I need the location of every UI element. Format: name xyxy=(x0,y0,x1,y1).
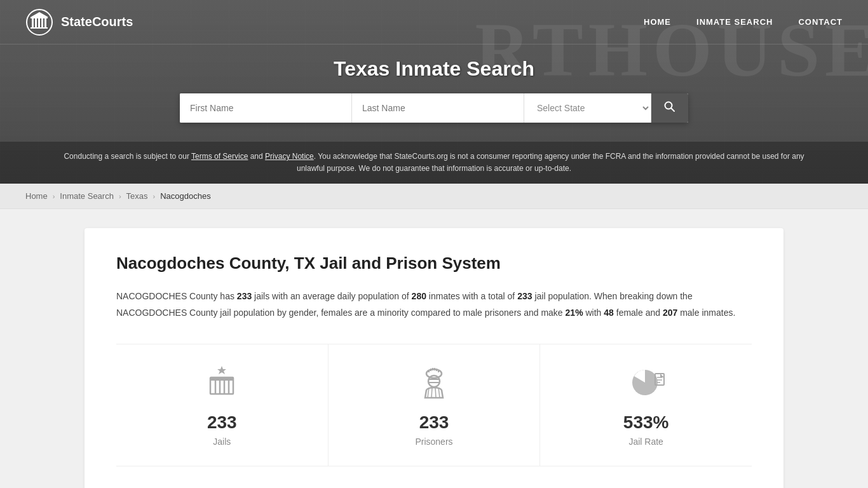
svg-marker-11 xyxy=(217,366,226,374)
nav-contact[interactable]: CONTACT xyxy=(798,17,843,27)
prisoner-icon xyxy=(415,363,453,403)
breadcrumb-current: Nacogdoches xyxy=(160,191,211,201)
avg-population: 280 xyxy=(412,291,426,301)
logo-icon xyxy=(25,8,53,36)
first-name-input[interactable] xyxy=(180,93,352,123)
county-description: NACOGDOCHES County has 233 jails with an… xyxy=(116,288,752,320)
breadcrumb-home[interactable]: Home xyxy=(25,191,48,201)
jail-icon xyxy=(203,363,241,403)
last-name-input[interactable] xyxy=(352,93,524,123)
logo-text: StateCourts xyxy=(61,15,133,29)
svg-line-29 xyxy=(431,388,432,398)
svg-rect-17 xyxy=(210,377,233,381)
content-card: Nacogdoches County, TX Jail and Prison S… xyxy=(85,228,783,488)
svg-point-25 xyxy=(428,376,440,387)
svg-rect-1 xyxy=(32,18,34,27)
svg-marker-8 xyxy=(31,12,48,17)
jails-stat-label: Jails xyxy=(213,437,231,447)
main-content: Nacogdoches County, TX Jail and Prison S… xyxy=(0,209,868,488)
svg-rect-6 xyxy=(31,27,48,29)
svg-rect-7 xyxy=(31,17,48,18)
nav-links: HOME INMATE SEARCH CONTACT xyxy=(644,17,843,27)
stats-row: 233 Jails xyxy=(116,344,752,466)
nav-home[interactable]: HOME xyxy=(644,17,671,27)
svg-rect-2 xyxy=(35,18,37,27)
nav-inmate-search[interactable]: INMATE SEARCH xyxy=(696,17,773,27)
page-title: Texas Inmate Search xyxy=(25,57,843,81)
disclaimer-text: Conducting a search is subject to our Te… xyxy=(0,142,868,184)
svg-rect-4 xyxy=(41,18,43,27)
chart-icon xyxy=(627,363,665,403)
site-logo[interactable]: StateCourts xyxy=(25,8,133,36)
top-navigation: StateCourts HOME INMATE SEARCH CONTACT xyxy=(0,0,868,44)
female-count: 48 xyxy=(604,308,614,318)
svg-line-10 xyxy=(671,108,674,111)
header-content: Texas Inmate Search Select State Alabama… xyxy=(0,44,868,142)
county-title: Nacogdoches County, TX Jail and Prison S… xyxy=(116,254,752,273)
breadcrumb-state[interactable]: Texas xyxy=(126,191,148,201)
male-count: 207 xyxy=(663,308,677,318)
breadcrumb-sep-2: › xyxy=(119,193,121,200)
state-select[interactable]: Select State AlabamaAlaskaArizona Arkans… xyxy=(524,93,651,123)
jail-rate-stat-number: 533% xyxy=(623,412,669,433)
search-form: Select State AlabamaAlaskaArizona Arkans… xyxy=(180,93,688,123)
prisoners-stat-number: 233 xyxy=(419,412,449,433)
site-header: StateCourts HOME INMATE SEARCH CONTACT T… xyxy=(0,0,868,184)
tos-link[interactable]: Terms of Service xyxy=(191,152,248,161)
breadcrumb-sep-1: › xyxy=(53,193,55,200)
prisoners-stat-label: Prisoners xyxy=(415,437,452,447)
breadcrumb-inmate-search[interactable]: Inmate Search xyxy=(60,191,114,201)
search-button[interactable] xyxy=(651,93,688,123)
stat-prisoners: 233 Prisoners xyxy=(329,344,541,466)
jails-count: 233 xyxy=(237,291,252,301)
svg-rect-5 xyxy=(44,18,46,27)
privacy-link[interactable]: Privacy Notice xyxy=(265,152,314,161)
search-icon xyxy=(664,101,675,112)
jails-stat-number: 233 xyxy=(207,412,237,433)
breadcrumb-sep-3: › xyxy=(153,193,156,200)
stat-jail-rate: 533% Jail Rate xyxy=(540,344,752,466)
svg-line-30 xyxy=(435,388,436,398)
total-jails: 233 xyxy=(517,291,532,301)
female-pct: 21% xyxy=(566,308,583,318)
stat-jails: 233 Jails xyxy=(116,344,329,466)
jail-rate-stat-label: Jail Rate xyxy=(628,437,663,447)
breadcrumb: Home › Inmate Search › Texas › Nacogdoch… xyxy=(0,184,868,209)
svg-rect-3 xyxy=(38,18,40,27)
